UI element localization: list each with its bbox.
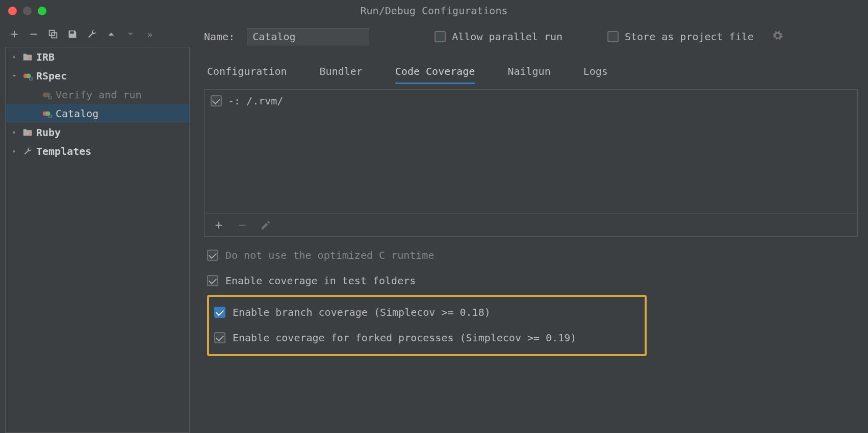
wrench-icon <box>22 146 33 157</box>
copy-icon[interactable] <box>46 27 60 41</box>
config-tree: IRB RSpec Verify and run Catalog <box>5 47 190 433</box>
tree-label: Templates <box>36 145 91 157</box>
titlebar: Run/Debug Configurations <box>0 0 868 21</box>
tree-label: RSpec <box>36 70 67 82</box>
more-icon[interactable]: » <box>143 27 157 41</box>
name-row: Name: Allow parallel run Store as projec… <box>204 25 858 48</box>
checkbox-icon <box>207 250 218 261</box>
tabs: Configuration Bundler Code Coverage Nail… <box>204 65 858 84</box>
chevron-down-icon <box>10 73 19 79</box>
exclusion-toolbar <box>205 213 857 236</box>
tree-label: Catalog <box>56 107 98 120</box>
checkbox-icon <box>211 95 222 106</box>
config-toolbar: » <box>0 21 195 47</box>
checkbox-label: Do not use the optimized C runtime <box>225 249 434 261</box>
tree-node-ruby[interactable]: Ruby <box>6 123 189 142</box>
checkbox-icon <box>214 332 225 343</box>
move-up-icon[interactable] <box>104 27 118 41</box>
tree-node-verify-and-run[interactable]: Verify and run <box>6 85 189 104</box>
move-down-icon[interactable] <box>123 27 138 41</box>
save-icon[interactable] <box>65 27 80 41</box>
tree-label: Verify and run <box>56 89 142 101</box>
tab-nailgun[interactable]: Nailgun <box>507 65 550 84</box>
checkbox-label: Enable coverage in test folders <box>225 275 416 287</box>
checkbox-label: Enable coverage for forked processes (Si… <box>233 332 576 344</box>
svg-rect-13 <box>49 115 52 118</box>
chevron-right-icon <box>10 129 19 136</box>
tree-node-rspec[interactable]: RSpec <box>6 66 189 85</box>
opt-optimized-runtime[interactable]: Do not use the optimized C runtime <box>207 249 858 261</box>
rspec-icon <box>41 108 53 119</box>
name-label: Name: <box>204 31 235 43</box>
close-window-button[interactable] <box>8 7 17 15</box>
coverage-options: Do not use the optimized C runtime Enabl… <box>204 249 858 356</box>
tree-node-irb[interactable]: IRB <box>6 47 189 66</box>
checkbox-icon <box>435 31 446 42</box>
minimize-window-button[interactable] <box>23 7 32 15</box>
rspec-icon <box>22 70 33 82</box>
content: » IRB RSpec Verify and run <box>0 21 868 433</box>
zoom-window-button[interactable] <box>38 7 46 15</box>
allow-parallel-checkbox[interactable]: Allow parallel run <box>435 31 563 43</box>
right-pane: Name: Allow parallel run Store as projec… <box>195 21 868 433</box>
svg-rect-7 <box>30 77 32 80</box>
svg-rect-10 <box>49 96 52 99</box>
tab-configuration[interactable]: Configuration <box>207 65 287 84</box>
chevron-right-icon <box>10 148 19 154</box>
tab-logs[interactable]: Logs <box>583 65 608 84</box>
remove-icon[interactable] <box>27 27 41 41</box>
store-as-file-checkbox[interactable]: Store as project file <box>607 31 754 43</box>
tree-label: IRB <box>36 51 55 63</box>
checkbox-label: Store as project file <box>625 31 754 43</box>
remove-icon[interactable] <box>235 218 249 232</box>
list-item[interactable]: -: /.rvm/ <box>211 95 851 107</box>
gear-icon[interactable] <box>772 30 783 44</box>
rspec-icon <box>41 89 53 100</box>
tree-label: Ruby <box>36 126 61 139</box>
folder-irb-icon <box>22 51 33 63</box>
left-pane: » IRB RSpec Verify and run <box>0 21 195 433</box>
edit-icon[interactable] <box>259 218 273 232</box>
checkbox-label: Allow parallel run <box>452 31 563 43</box>
coverage-exclusion-panel: -: /.rvm/ <box>204 89 858 237</box>
window-title: Run/Debug Configurations <box>361 5 508 17</box>
opt-branch-coverage[interactable]: Enable branch coverage (Simplecov >= 0.1… <box>214 306 640 318</box>
tab-code-coverage[interactable]: Code Coverage <box>395 65 475 84</box>
checkbox-icon <box>207 275 218 286</box>
tab-bundler[interactable]: Bundler <box>320 65 363 84</box>
add-icon[interactable] <box>212 218 226 232</box>
tree-node-templates[interactable]: Templates <box>6 142 189 160</box>
wrench-icon[interactable] <box>85 27 99 41</box>
opt-coverage-test-folders[interactable]: Enable coverage in test folders <box>207 275 858 287</box>
add-icon[interactable] <box>7 27 21 41</box>
list-item-label: -: /.rvm/ <box>228 95 283 107</box>
checkbox-icon <box>607 31 619 42</box>
opt-forked-coverage[interactable]: Enable coverage for forked processes (Si… <box>214 332 640 344</box>
tree-node-catalog[interactable]: Catalog <box>6 104 189 123</box>
chevron-right-icon <box>10 54 19 60</box>
folder-ruby-icon <box>22 127 33 138</box>
checkbox-icon <box>214 307 225 318</box>
traffic-lights <box>8 7 46 15</box>
name-input[interactable] <box>247 28 369 45</box>
exclusion-list: -: /.rvm/ <box>205 90 857 213</box>
checkbox-label: Enable branch coverage (Simplecov >= 0.1… <box>233 306 491 318</box>
highlight-box: Enable branch coverage (Simplecov >= 0.1… <box>207 295 647 356</box>
